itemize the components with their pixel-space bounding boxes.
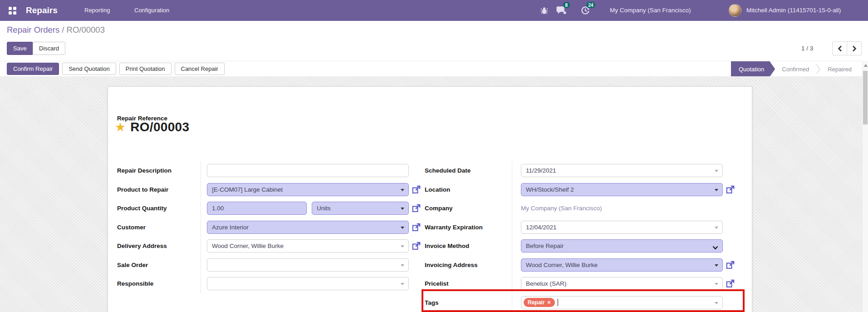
menu-reporting[interactable]: Reporting [84,0,110,21]
field-label-delivery-address: Delivery Address [117,237,201,256]
field-invoice-method-select-value: Before Repair [526,243,564,249]
field-label-pricelist: Pricelist [425,274,512,293]
external-link-icon-customer[interactable] [412,223,421,232]
field-scheduled-date-input[interactable]: 11/29/2021 [521,164,723,177]
field-warranty-expiration-input[interactable]: 12/04/2021 [521,221,723,234]
dropdown-caret-icon[interactable] [715,227,718,229]
dropdown-caret-icon[interactable] [401,189,404,191]
dropdown-caret-icon[interactable] [401,264,404,267]
field-label-invoice-method: Invoice Method [425,237,512,256]
field-repair-description-input[interactable] [207,164,409,177]
menu-configuration[interactable]: Configuration [134,0,169,21]
form-column-right: Scheduled Date11/29/2021LocationWH/Stock… [425,161,745,312]
breadcrumb-parent[interactable]: Repair Orders [7,25,59,35]
dropdown-caret-icon[interactable] [401,245,404,248]
field-responsible-input[interactable] [207,277,409,290]
field-customer-input-value: Azure Interior [212,224,249,231]
field-row-invoicing-address: Invoicing AddressWood Corner, Willie Bur… [425,256,745,275]
bug-icon[interactable] [540,6,548,15]
statusbar: QuotationConfirmedRepaired [731,61,858,77]
field-row-tags: TagsRepair× [425,293,745,312]
statusbar-step-quotation[interactable]: Quotation [731,61,775,77]
favorite-star-icon[interactable]: ★ [115,119,126,135]
company-switcher[interactable]: My Company (San Francisco) [610,0,691,21]
control-panel: Repair Orders / RO/00003 Save Discard 1 … [0,21,868,61]
field-location-input-value: WH/Stock/Shelf 2 [526,186,574,193]
print-quotation-button[interactable]: Print Quotation [119,63,172,75]
field-invoicing-address-input[interactable]: Wood Corner, Willie Burke [521,258,723,272]
remove-tag-icon[interactable]: × [547,300,551,305]
field-label-warranty-expiration: Warranty Expiration [425,218,512,237]
field-product-quantity-input-value: 1.00 [212,205,224,212]
pager [832,41,862,55]
discard-button[interactable]: Discard [33,42,65,55]
cancel-repair-button[interactable]: Cancel Repair [175,63,225,75]
field-row-customer: CustomerAzure Interior [117,218,424,237]
field-pricelist-input[interactable]: Benelux (SAR) [521,277,723,290]
field-row-company: CompanyMy Company (San Francisco) [425,199,745,218]
field-customer-input[interactable]: Azure Interior [207,221,409,234]
field-row-responsible: Responsible [117,274,424,293]
field-label-tags: Tags [425,293,512,312]
field-label-sale-order: Sale Order [117,256,201,275]
field-delivery-address-input[interactable]: Wood Corner, Willie Burke [207,239,409,253]
field-row-product-to-repair: Product to Repair[E-COM07] Large Cabinet [117,180,424,199]
scrollbar-thumb[interactable] [863,71,868,124]
field-invoice-method-select[interactable]: Before Repair [521,239,723,253]
dropdown-caret-icon[interactable] [401,283,404,285]
field-scheduled-date-input-value: 11/29/2021 [526,167,556,174]
field-delivery-address-input-value: Wood Corner, Willie Burke [212,243,284,249]
field-product-quantity-uom-input[interactable]: Units [312,202,409,215]
field-sale-order-input[interactable] [207,258,409,272]
app-title[interactable]: Repairs [26,0,58,21]
breadcrumb-current: RO/00003 [67,25,105,35]
statusbar-step-confirmed[interactable]: Confirmed [775,61,816,77]
statusbar-step-repaired[interactable]: Repaired [821,61,858,77]
scroll-up-icon[interactable] [864,64,868,67]
field-product-to-repair-input-value: [E-COM07] Large Cabinet [212,186,283,193]
field-label-product-to-repair: Product to Repair [117,180,201,199]
pager-next-icon[interactable] [847,41,862,55]
action-buttons: Confirm RepairSend QuotationPrint Quotat… [7,63,225,75]
dropdown-caret-icon[interactable] [401,208,404,210]
title-row: ★ RO/00003 [115,119,189,135]
vertical-scrollbar[interactable] [862,61,868,312]
field-company-value: My Company (San Francisco) [521,205,602,212]
field-location-input[interactable]: WH/Stock/Shelf 2 [521,183,723,196]
top-navbar: Repairs Reporting Configuration 8 [0,0,868,21]
dropdown-caret-icon[interactable] [715,283,718,285]
field-label-location: Location [425,180,512,199]
external-link-icon-pricelist[interactable] [726,279,735,288]
field-label-responsible: Responsible [117,274,201,293]
pager-previous-icon[interactable] [832,41,847,55]
field-product-quantity-input[interactable]: 1.00 [207,202,307,215]
dropdown-caret-icon[interactable] [715,264,718,267]
save-button[interactable]: Save [7,42,33,55]
dropdown-caret-icon[interactable] [715,170,718,172]
apps-menu-icon[interactable] [9,7,16,15]
external-link-icon-invoicing-address[interactable] [726,260,735,270]
pager-counter[interactable]: 1 / 3 [801,45,813,52]
tag-repair-label: Repair [528,299,544,306]
field-label-product-quantity: Product Quantity [117,199,201,218]
user-menu[interactable]: Mitchell Admin (11415701-15-0-all) [746,0,841,21]
dropdown-caret-icon[interactable] [715,302,718,304]
external-link-icon-product-to-repair[interactable] [412,185,421,194]
field-tags-input[interactable]: Repair× [521,296,723,309]
statusbar-chevron-icon [816,61,821,77]
dropdown-caret-icon[interactable] [401,227,404,229]
field-row-delivery-address: Delivery AddressWood Corner, Willie Burk… [117,237,424,256]
external-link-icon-delivery-address[interactable] [412,241,421,251]
field-product-to-repair-input[interactable]: [E-COM07] Large Cabinet [207,183,409,196]
external-link-icon-location[interactable] [726,185,735,194]
breadcrumb-separator: / [62,25,64,35]
field-row-warranty-expiration: Warranty Expiration12/04/2021 [425,218,745,237]
avatar[interactable] [729,4,741,17]
field-row-sale-order: Sale Order [117,256,424,275]
external-link-icon-product-quantity[interactable] [412,203,421,213]
confirm-repair-button[interactable]: Confirm Repair [7,63,59,75]
select-chevron-icon[interactable] [712,244,718,251]
field-label-repair-description: Repair Description [117,161,201,180]
dropdown-caret-icon[interactable] [715,189,718,191]
send-quotation-button[interactable]: Send Quotation [62,63,116,75]
